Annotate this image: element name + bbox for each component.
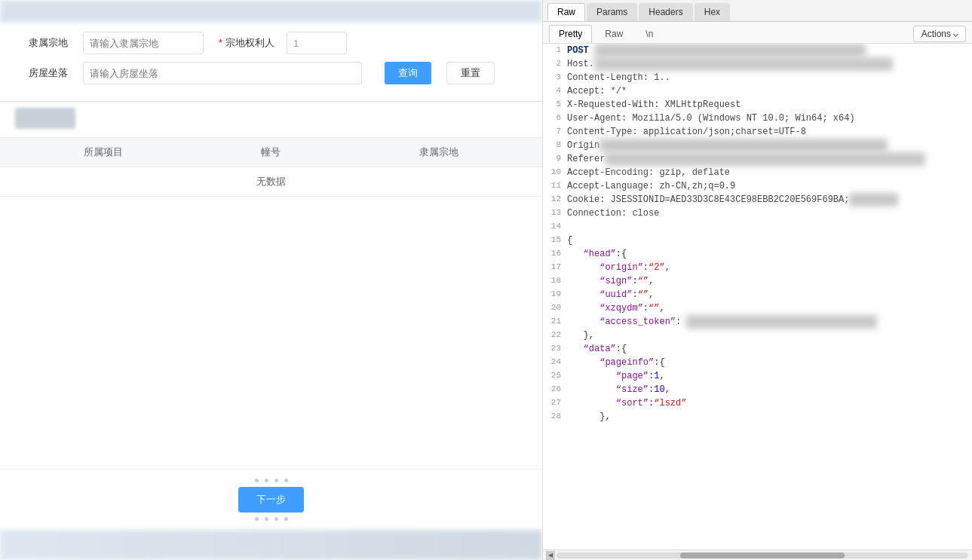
- no-data-cell: 无数据: [0, 167, 542, 197]
- quanliren-label: 宗地权利人: [219, 36, 271, 50]
- code-line-13: 13 Connection: close: [543, 207, 972, 220]
- code-line-5: 5 X-Requested-With: XMLHttpRequest: [543, 98, 972, 112]
- dot: [255, 517, 259, 521]
- tab-raw-response[interactable]: Raw: [595, 25, 633, 43]
- next-step-button[interactable]: 下一步: [238, 487, 304, 513]
- zudi-label: 隶属宗地: [15, 36, 68, 50]
- scrollbar-thumb: [680, 552, 845, 558]
- col-project: 所属项目: [0, 138, 207, 167]
- code-line-4: 4 Accept: */*: [543, 84, 972, 98]
- table-header-row: 所属项目 幢号 隶属宗地: [0, 138, 542, 167]
- code-line-23: 23 “data”:{: [543, 342, 972, 356]
- col-zudi: 隶属宗地: [335, 138, 542, 167]
- devtools-scrollbar[interactable]: ◀: [543, 549, 972, 560]
- tab-params[interactable]: Params: [587, 3, 637, 21]
- code-line-16: 16 “head”:{: [543, 247, 972, 261]
- code-line-9: 9 Referer: [543, 152, 972, 166]
- drag-dots-bottom: [255, 517, 288, 521]
- code-line-20: 20 “xzqydm”:“”,: [543, 301, 972, 315]
- col-zhuanghao: 幢号: [207, 138, 336, 167]
- chevron-down-icon: [953, 31, 958, 36]
- code-line-24: 24 “pageinfo”:{: [543, 356, 972, 369]
- dot: [284, 517, 288, 521]
- zudi-input[interactable]: [83, 32, 204, 54]
- tab-newline[interactable]: \n: [636, 25, 663, 43]
- zuobiao-label: 房屋坐落: [15, 66, 68, 80]
- left-header-blur: [0, 0, 542, 23]
- scroll-left-button[interactable]: ◀: [546, 551, 555, 560]
- drag-dots-top: [255, 479, 288, 482]
- code-line-17: 17 “origin”:“2”,: [543, 261, 972, 274]
- action-button-blur: [15, 108, 75, 129]
- left-panel: 隶属宗地 宗地权利人 房屋坐落 查询 重置 所属项目 幢号 隶属宗地: [0, 0, 543, 560]
- left-footer-blur: [0, 530, 542, 560]
- reset-button[interactable]: 重置: [446, 62, 495, 84]
- code-line-7: 7 Content-Type: application/json;charset…: [543, 125, 972, 139]
- actions-button[interactable]: Actions: [913, 26, 966, 42]
- form-row-zuobiao: 房屋坐落 查询 重置: [15, 62, 527, 84]
- code-line-15: 15 {: [543, 234, 972, 247]
- code-line-26: 26 “size”:10,: [543, 383, 972, 396]
- code-line-25: 25 “page”:1,: [543, 369, 972, 383]
- code-line-3: 3 Content-Length: 1..: [543, 71, 972, 84]
- scrollbar-track[interactable]: [557, 552, 967, 558]
- dot: [265, 479, 268, 482]
- action-bar: [0, 102, 542, 138]
- devtools-top-tabs: Raw Params Headers Hex: [543, 0, 972, 22]
- code-line-27: 27 “sort”:“lszd”: [543, 396, 972, 410]
- form-section: 隶属宗地 宗地权利人 房屋坐落 查询 重置: [0, 23, 542, 102]
- code-line-11: 11 Accept-Language: zh-CN,zh;q=0.9: [543, 179, 972, 193]
- dot: [255, 479, 259, 482]
- dot: [274, 479, 278, 482]
- code-line-18: 18 “sign”:“”,: [543, 274, 972, 288]
- quanliren-input[interactable]: [287, 32, 347, 54]
- dot: [274, 517, 278, 521]
- code-line-21: 21 “access_token”:: [543, 315, 972, 329]
- code-line-14: 14: [543, 220, 972, 234]
- no-data-row: 无数据: [0, 167, 542, 197]
- code-line-8: 8 Origin: [543, 139, 972, 152]
- dot: [284, 479, 288, 482]
- code-line-22: 22 },: [543, 329, 972, 342]
- code-viewer[interactable]: 1 POST 2 Host. 3 Content-Length:: [543, 44, 972, 549]
- code-line-12: 12 Cookie: JSESSIONID=AED33D3C8E43CE98EB…: [543, 193, 972, 207]
- code-line-2: 2 Host.: [543, 57, 972, 71]
- zuobiao-input[interactable]: [83, 62, 362, 84]
- dot: [265, 517, 268, 521]
- code-line-1: 1 POST: [543, 44, 972, 57]
- tab-raw[interactable]: Raw: [547, 3, 585, 21]
- code-line-19: 19 “uuid”:“”,: [543, 288, 972, 301]
- tab-headers[interactable]: Headers: [639, 3, 692, 21]
- table-container: 所属项目 幢号 隶属宗地 无数据: [0, 138, 542, 469]
- right-panel-devtools: Raw Params Headers Hex Pretty Raw \n Act…: [543, 0, 972, 560]
- bottom-area: 下一步: [0, 469, 542, 530]
- data-table: 所属项目 幢号 隶属宗地 无数据: [0, 138, 542, 197]
- code-line-10: 10 Accept-Encoding: gzip, deflate: [543, 166, 972, 179]
- code-line-28: 28 },: [543, 410, 972, 424]
- tab-pretty[interactable]: Pretty: [549, 25, 592, 43]
- form-row-zudi: 隶属宗地 宗地权利人: [15, 32, 527, 54]
- next-btn-container: 下一步: [238, 479, 304, 521]
- response-tabs-bar: Pretty Raw \n Actions: [543, 22, 972, 44]
- query-button[interactable]: 查询: [385, 62, 431, 84]
- tab-hex[interactable]: Hex: [695, 3, 730, 21]
- code-line-6: 6 User-Agent: Mozilla/5.0 (Windows NT 10…: [543, 112, 972, 125]
